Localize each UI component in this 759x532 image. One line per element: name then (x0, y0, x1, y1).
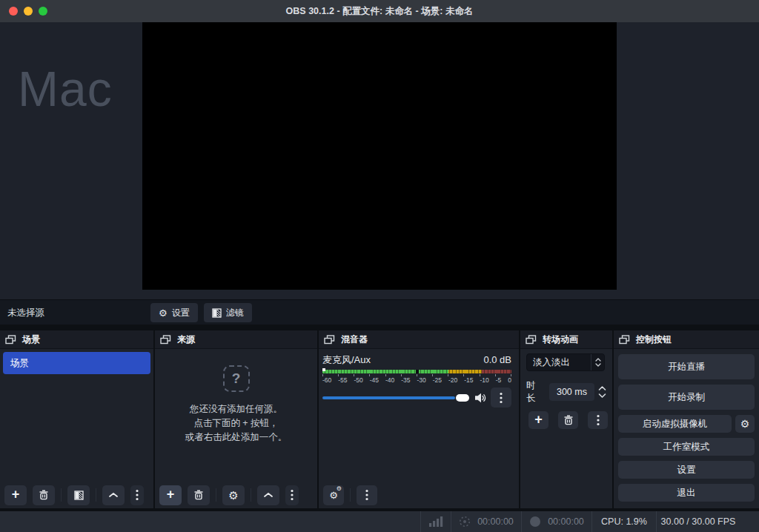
source-filters-label: 滤镜 (226, 307, 244, 319)
controls-dock: 控制按钮 开始直播 开始录制 启动虚拟摄像机 ⚙ 工作室模式 设置 退出 (614, 330, 759, 508)
sources-dock: 来源 ? 您还没有添加任何源。 点击下面的 + 按钮， 或者右击此处添加一个。 … (155, 330, 317, 508)
kebab-icon (365, 489, 368, 501)
remove-scene-button[interactable] (33, 485, 55, 505)
toolbar-separator (251, 488, 251, 502)
settings-button[interactable]: 设置 (618, 461, 755, 479)
kebab-icon (291, 489, 294, 501)
stream-timer: 00:00:00 (451, 511, 521, 532)
chevron-up-icon (263, 492, 274, 498)
sources-empty-state[interactable]: ? 您还没有添加任何源。 点击下面的 + 按钮， 或者右击此处添加一个。 (155, 349, 317, 482)
gear-icon: ⚙ (159, 308, 168, 318)
scene-filters-button[interactable] (67, 485, 90, 505)
audio-mixer-dock: 混音器 麦克风/Aux 0.0 dB -60-55-50-45-40-35-30… (319, 330, 519, 508)
duration-input[interactable]: 300 ms (549, 383, 594, 401)
add-transition-button[interactable]: + (528, 411, 548, 429)
plus-icon: + (534, 413, 543, 426)
plus-icon: + (167, 488, 175, 501)
traffic-lights (9, 7, 47, 16)
toolbar-separator (61, 488, 62, 502)
scene-item-label: 场景 (10, 357, 29, 370)
speaker-icon[interactable] (474, 392, 486, 404)
transition-select[interactable]: 淡入淡出 (526, 353, 605, 371)
minimize-button[interactable] (24, 7, 33, 16)
mixer-db-value: 0.0 dB (483, 354, 511, 365)
volume-slider-track (322, 396, 455, 399)
dock-icon (526, 335, 537, 345)
source-filters-button[interactable]: 滤镜 (204, 303, 252, 322)
scenes-menu-button[interactable] (130, 485, 144, 505)
close-button[interactable] (9, 7, 18, 16)
mixer-channel-menu-button[interactable] (491, 388, 511, 408)
remove-transition-button[interactable] (558, 411, 578, 429)
sources-dock-header[interactable]: 来源 (155, 330, 317, 349)
trash-icon (39, 490, 49, 500)
move-scene-up-button[interactable] (102, 485, 125, 505)
zoom-button[interactable] (39, 7, 47, 16)
virtual-camera-settings-button[interactable]: ⚙ (735, 415, 755, 433)
exit-button[interactable]: 退出 (618, 484, 755, 502)
meter-scale: -60-55-50-45-40-35-30-25-20-15-10-50 (322, 376, 511, 384)
kebab-icon (500, 392, 503, 404)
controls-dock-title: 控制按钮 (636, 333, 672, 346)
toolbar-separator (350, 488, 351, 502)
scenes-toolbar: + (0, 482, 153, 508)
start-virtual-camera-button[interactable]: 启动虚拟摄像机 (618, 415, 732, 433)
filter-icon (212, 308, 222, 318)
duration-label: 时长 (526, 379, 544, 405)
spin-down-button[interactable] (598, 393, 606, 398)
source-properties-button[interactable]: ⚙ 设置 (150, 303, 198, 322)
studio-mode-button[interactable]: 工作室模式 (618, 438, 755, 456)
empty-hint-line: 或者右击此处添加一个。 (185, 430, 288, 445)
transitions-dock: 转场动画 淡入淡出 时长 300 ms (520, 330, 612, 508)
start-recording-button[interactable]: 开始录制 (618, 385, 755, 410)
advanced-audio-button[interactable]: ⚙ ⚙ (323, 485, 344, 505)
fps-indicator: 30.00 / 30.00 FPS (657, 511, 740, 532)
spin-up-button[interactable] (598, 386, 606, 390)
add-source-button[interactable]: + (159, 485, 182, 505)
source-properties-toolbar-button[interactable]: ⚙ (222, 485, 245, 505)
kebab-icon (597, 414, 600, 426)
preview-area[interactable]: Mac (0, 22, 759, 299)
trash-icon (193, 490, 204, 500)
sources-dock-title: 来源 (177, 333, 195, 346)
mixer-toolbar: ⚙ ⚙ (319, 482, 519, 508)
add-scene-button[interactable]: + (4, 485, 27, 505)
chevron-up-icon (108, 492, 119, 498)
scene-list-item[interactable]: 场景 (3, 352, 150, 374)
kebab-icon (136, 489, 139, 501)
start-streaming-button[interactable]: 开始直播 (618, 354, 755, 379)
remove-source-button[interactable] (188, 485, 210, 505)
window-title: OBS 30.1.2 - 配置文件: 未命名 - 场景: 未命名 (286, 5, 474, 18)
transitions-dock-header[interactable]: 转场动画 (520, 330, 612, 349)
signal-bars-icon (429, 516, 443, 527)
scenes-dock-header[interactable]: 场景 (0, 330, 153, 349)
trash-icon (563, 415, 574, 425)
volume-slider[interactable] (322, 390, 470, 405)
dock-icon (5, 335, 16, 345)
controls-dock-header[interactable]: 控制按钮 (614, 330, 759, 349)
move-source-up-button[interactable] (257, 485, 279, 505)
status-bar: 00:00:00 00:00:00 CPU: 1.9% 30.00 / 30.0… (0, 511, 759, 532)
volume-slider-handle[interactable] (456, 394, 469, 402)
plus-icon: + (12, 488, 20, 501)
filter-icon (74, 491, 84, 500)
stream-time: 00:00:00 (477, 516, 514, 527)
transition-properties-button[interactable] (588, 411, 608, 429)
program-canvas[interactable] (142, 22, 617, 290)
record-time: 00:00:00 (548, 516, 584, 527)
dock-icon (619, 335, 630, 345)
broadcast-icon (459, 516, 471, 528)
dock-region: 场景 场景 + (0, 325, 759, 511)
mixer-dock-title: 混音器 (341, 333, 368, 346)
sources-toolbar: + ⚙ (155, 482, 317, 508)
toolbar-separator (216, 488, 216, 502)
no-source-label: 未选择源 (7, 307, 44, 319)
mixer-dock-header[interactable]: 混音器 (319, 330, 519, 349)
sources-menu-button[interactable] (285, 485, 299, 505)
record-timer: 00:00:00 (522, 511, 591, 532)
double-gear-icon: ⚙ ⚙ (329, 488, 338, 502)
transition-select-value: 淡入淡出 (527, 356, 591, 369)
transitions-dock-title: 转场动画 (543, 333, 578, 346)
source-properties-label: 设置 (172, 307, 190, 319)
mixer-menu-button[interactable] (357, 485, 377, 505)
